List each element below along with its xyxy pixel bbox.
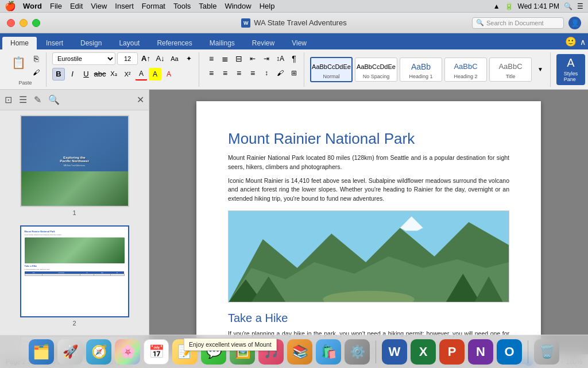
- line-spacing-button[interactable]: ↕: [260, 67, 273, 79]
- dock-finder[interactable]: 🗂️: [29, 339, 54, 365]
- tab-home[interactable]: Home: [2, 37, 37, 49]
- dock-excel[interactable]: X: [411, 339, 436, 365]
- menu-word[interactable]: Word: [23, 2, 42, 10]
- menu-tools[interactable]: Tools: [173, 2, 191, 10]
- menu-file[interactable]: File: [50, 2, 62, 10]
- show-marks-button[interactable]: ¶: [288, 52, 300, 65]
- dock-calendar[interactable]: 📅: [144, 339, 169, 365]
- dock-appstore[interactable]: 🛍️: [316, 339, 341, 365]
- apple-menu[interactable]: 🍎: [5, 1, 16, 12]
- tab-view[interactable]: View: [284, 37, 315, 49]
- dock-separator: [376, 340, 376, 363]
- format-painter-button[interactable]: 🖌: [30, 66, 42, 79]
- style-heading2[interactable]: AaBbC Heading 2: [444, 57, 487, 82]
- spotlight-icon[interactable]: 🔍: [564, 2, 572, 10]
- search-sidebar-icon[interactable]: 🔍: [48, 94, 60, 105]
- safari-icon: 🧭: [91, 344, 107, 359]
- dock-trash[interactable]: 🗑️: [534, 339, 559, 365]
- menu-view[interactable]: View: [91, 2, 107, 10]
- bold-button[interactable]: B: [52, 68, 65, 80]
- user-icon: 👤: [568, 17, 581, 29]
- dock-launchpad[interactable]: 🚀: [57, 339, 83, 365]
- close-sidebar-icon[interactable]: ✕: [137, 94, 144, 105]
- dock-photos[interactable]: 🌸: [115, 339, 140, 365]
- paste-button[interactable]: 📋: [8, 52, 29, 73]
- sort-button[interactable]: ↕A: [274, 52, 287, 65]
- maximize-button[interactable]: [32, 19, 40, 27]
- change-case-button[interactable]: Aа: [168, 52, 181, 65]
- dock-word[interactable]: W: [382, 339, 407, 365]
- styles-pane-icon: A: [567, 56, 574, 70]
- tab-design[interactable]: Design: [72, 37, 110, 49]
- outline-view-icon[interactable]: ☰: [19, 94, 27, 105]
- align-right-button[interactable]: ≡: [233, 67, 245, 79]
- italic-button[interactable]: I: [66, 68, 79, 80]
- styles-pane-button[interactable]: A StylesPane: [556, 54, 585, 85]
- style-normal[interactable]: AaBbCcDdEe Normal: [310, 57, 353, 82]
- font-size-input[interactable]: [117, 52, 138, 65]
- shrink-font-button[interactable]: A↓: [154, 52, 167, 65]
- shading-button[interactable]: 🖌: [274, 67, 287, 79]
- dock-powerpoint[interactable]: P: [439, 339, 465, 365]
- dock-safari[interactable]: 🧭: [86, 339, 111, 365]
- thumb-para2: If you're planning a day hike in the par…: [25, 269, 125, 271]
- edit-icon[interactable]: ✎: [34, 94, 41, 105]
- borders-button[interactable]: ⊞: [288, 67, 300, 79]
- menu-window[interactable]: Window: [225, 2, 251, 10]
- tab-references[interactable]: References: [149, 37, 200, 49]
- tab-review[interactable]: Review: [244, 37, 283, 49]
- word-window: W WA State Travel Adventures 🔍 Search in…: [0, 13, 588, 368]
- menu-insert[interactable]: Insert: [115, 2, 134, 10]
- highlight-button[interactable]: A: [149, 68, 161, 80]
- emoji-picker-icon[interactable]: 🙂: [565, 36, 577, 47]
- align-left-button[interactable]: ≡: [205, 67, 218, 79]
- close-button[interactable]: [7, 19, 15, 27]
- page-thumbnail-2[interactable]: Mount Rainier National Park Mount Rainie…: [5, 225, 144, 327]
- menu-table[interactable]: Table: [199, 2, 216, 10]
- menu-edit[interactable]: Edit: [70, 2, 83, 10]
- subscript-button[interactable]: X₂: [107, 68, 120, 80]
- document-area[interactable]: Mount Rainier National Park Mount Rainie…: [149, 90, 588, 354]
- superscript-button[interactable]: X²: [121, 68, 134, 80]
- bullets-button[interactable]: ≡: [205, 52, 218, 65]
- tab-mailings[interactable]: Mailings: [202, 37, 243, 49]
- menu-help[interactable]: Help: [260, 2, 275, 10]
- content-area: ⊡ ☰ ✎ 🔍 ✕ Exploring thePacific Northwest: [0, 90, 588, 354]
- styles-more-button[interactable]: ▼: [534, 58, 547, 81]
- numbering-button[interactable]: ≣: [219, 52, 231, 65]
- thumb-label-1: 1: [5, 209, 144, 216]
- thumbnail-sidebar: ⊡ ☰ ✎ 🔍 ✕ Exploring thePacific Northwest: [0, 90, 149, 354]
- page-thumbnail-1[interactable]: Exploring thePacific Northwest WA State …: [5, 115, 144, 216]
- search-box[interactable]: 🔍 Search in Document: [472, 17, 564, 29]
- font-select[interactable]: Eurostile: [52, 52, 115, 65]
- thumbnail-view-icon[interactable]: ⊡: [5, 94, 12, 105]
- increase-indent-button[interactable]: ⇥: [260, 52, 273, 65]
- copy-button[interactable]: ⎘: [30, 52, 42, 65]
- clear-format-button[interactable]: ✦: [183, 52, 195, 65]
- collapse-ribbon-icon[interactable]: ∧: [580, 37, 586, 47]
- menu-format[interactable]: Format: [142, 2, 165, 10]
- notification-icon[interactable]: ☰: [577, 2, 583, 10]
- align-center-button[interactable]: ≡: [219, 67, 231, 79]
- dock-outlook[interactable]: O: [497, 339, 522, 365]
- style-title[interactable]: AaBbC Title: [489, 57, 532, 82]
- strikethrough-button[interactable]: abc: [94, 68, 106, 80]
- font-group: Eurostile A↑ A↓ Aа ✦ B I U abc X₂ X² A A…: [49, 52, 199, 87]
- dock-systemprefs[interactable]: ⚙️: [345, 339, 370, 365]
- minimize-button[interactable]: [20, 19, 28, 27]
- tab-insert[interactable]: Insert: [38, 37, 71, 49]
- underline-button[interactable]: U: [80, 68, 92, 80]
- justify-button[interactable]: ≡: [246, 67, 259, 79]
- tab-layout[interactable]: Layout: [111, 37, 148, 49]
- multilevel-list-button[interactable]: ⊟: [233, 52, 245, 65]
- grow-font-button[interactable]: A↑: [140, 52, 152, 65]
- dock-onenote[interactable]: N: [468, 339, 493, 365]
- text-color-button[interactable]: A: [135, 68, 148, 80]
- thumb-heading2: Take a Hike: [25, 264, 125, 267]
- thumb-cover-subtitle: WA State Travel Adventures: [60, 164, 88, 167]
- style-heading1[interactable]: AaBb Heading 1: [400, 57, 442, 82]
- dock-ibooks[interactable]: 📚: [287, 339, 312, 365]
- font-color-button[interactable]: A: [163, 68, 175, 80]
- style-no-spacing[interactable]: AaBbCcDdEe No Spacing: [355, 57, 397, 82]
- decrease-indent-button[interactable]: ⇤: [246, 52, 259, 65]
